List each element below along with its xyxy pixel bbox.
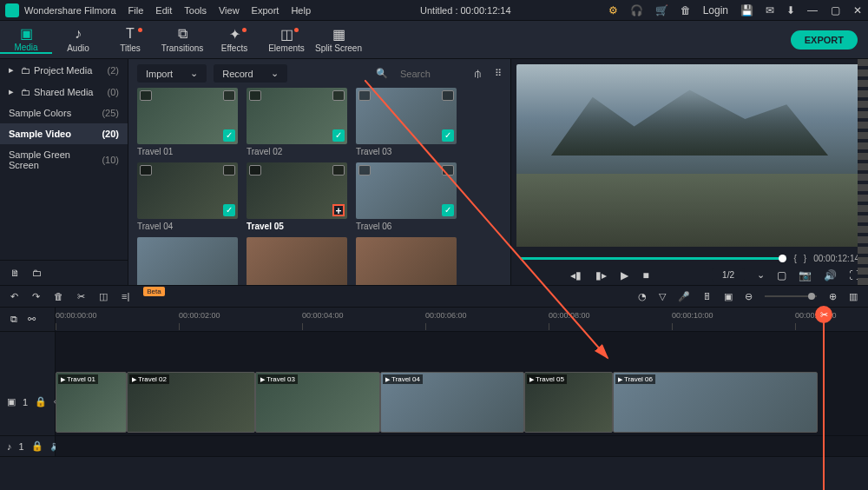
media-clip[interactable]: +Travel 05 — [247, 162, 347, 234]
seek-handle[interactable] — [779, 255, 786, 262]
link-icon[interactable]: ⚯ — [28, 314, 36, 325]
save-icon[interactable]: 💾 — [740, 4, 753, 17]
zoom-out-icon[interactable]: ⊖ — [745, 291, 753, 302]
next-frame-button[interactable]: ▮▸ — [595, 269, 607, 281]
scissors-icon[interactable]: ✂ — [815, 306, 832, 323]
new-file-icon[interactable]: 🗎 — [10, 268, 20, 278]
playhead[interactable]: ✂ — [823, 309, 825, 490]
tab-effects[interactable]: ✦Effects — [208, 26, 260, 53]
redo-button[interactable]: ↷ — [32, 291, 40, 302]
audio-track-body[interactable] — [56, 436, 868, 456]
menu-help[interactable]: Help — [291, 5, 311, 16]
brace-left[interactable]: { — [793, 254, 796, 263]
volume-icon[interactable]: 🔊 — [824, 269, 837, 281]
menu-view[interactable]: View — [219, 5, 240, 16]
timeline-clip[interactable]: Travel 05 — [524, 372, 613, 433]
video-track: ▣ 1 🔒 👁 Travel 01 Travel 02 Travel 03 Tr… — [0, 368, 868, 436]
lock-icon[interactable]: 🔒 — [31, 440, 43, 452]
preview-viewport[interactable] — [516, 64, 863, 247]
import-dropdown[interactable]: Import⌄ — [137, 64, 207, 83]
trash-icon[interactable]: 🗑 — [681, 4, 691, 17]
undo-button[interactable]: ↶ — [10, 291, 18, 302]
snapshot-icon[interactable]: 📷 — [799, 269, 812, 281]
snap-icon[interactable]: ⧉ — [10, 314, 17, 325]
track-number: 1 — [19, 441, 24, 452]
cart-icon[interactable]: 🛒 — [655, 4, 668, 17]
play-button[interactable]: ▶ — [621, 269, 628, 281]
sidebar-item-sample-video[interactable]: Sample Video(20) — [0, 123, 128, 144]
media-clip[interactable]: ✓Travel 01 — [137, 88, 238, 159]
search-input[interactable] — [400, 69, 461, 79]
titlebar: Wondershare Filmora File Edit Tools View… — [0, 0, 868, 21]
seek-bar[interactable] — [520, 257, 786, 260]
timeline-clip[interactable]: Travel 06 — [613, 372, 818, 433]
close-button[interactable]: ✕ — [852, 4, 863, 17]
login-link[interactable]: Login — [703, 4, 728, 17]
media-clip[interactable]: ✓Travel 04 — [137, 162, 238, 234]
record-dropdown[interactable]: Record⌄ — [214, 64, 286, 83]
sidebar-item-sample-colors[interactable]: Sample Colors(25) — [0, 103, 128, 123]
export-button[interactable]: EXPORT — [791, 30, 858, 50]
mic-icon[interactable]: 🎤 — [678, 291, 690, 302]
tab-splitscreen[interactable]: ▦Split Screen — [312, 26, 365, 53]
media-clip[interactable]: ✓Travel 06 — [356, 162, 457, 234]
video-track-body[interactable]: Travel 01 Travel 02 Travel 03 Travel 04 … — [56, 368, 868, 435]
speed-icon[interactable]: ◔ — [638, 291, 647, 302]
crop-button[interactable]: ◫ — [99, 291, 108, 302]
zoom-fit-icon[interactable]: ▥ — [849, 291, 858, 302]
delete-button[interactable]: 🗑 — [54, 291, 63, 301]
chevron-down-icon[interactable]: ⌄ — [757, 269, 765, 281]
timeline-clip[interactable]: Travel 03 — [255, 372, 380, 433]
media-clip[interactable] — [137, 237, 238, 285]
tab-elements[interactable]: ◫Elements — [260, 26, 312, 53]
app-brand: Wondershare Filmora — [24, 5, 116, 16]
filter-icon[interactable]: ⫛ — [473, 69, 483, 79]
prev-frame-button[interactable]: ◂▮ — [570, 269, 582, 281]
zoom-in-icon[interactable]: ⊕ — [829, 291, 837, 302]
menu-edit[interactable]: Edit — [155, 5, 172, 16]
audio-track-icon[interactable]: ♪ — [7, 441, 12, 452]
audio-mixer-button[interactable]: ≡| — [122, 291, 129, 301]
sidebar-item-project-media[interactable]: ▸🗀Project Media(2) — [0, 59, 128, 81]
zoom-fraction[interactable]: 1/2 — [712, 268, 745, 281]
render-icon[interactable]: ▣ — [724, 291, 733, 302]
menu-file[interactable]: File — [128, 5, 144, 16]
media-clip[interactable]: ✓Travel 03 — [356, 88, 457, 159]
sidebar-item-sample-green[interactable]: Sample Green Screen(10) — [0, 144, 128, 175]
tab-transitions[interactable]: ⧉Transitions — [156, 26, 208, 53]
add-icon[interactable]: + — [332, 204, 345, 216]
maximize-button[interactable]: ▢ — [830, 4, 840, 17]
mixer-icon[interactable]: 🎚 — [702, 291, 712, 301]
media-clip[interactable] — [356, 237, 457, 285]
new-folder-icon[interactable]: 🗀 — [32, 268, 42, 278]
gear-icon[interactable]: ⚙ — [608, 4, 618, 17]
menu-tools[interactable]: Tools — [184, 5, 207, 16]
timeline-clip[interactable]: Travel 02 — [127, 372, 255, 433]
ruler-ticks[interactable]: 00:00:00:00 00:00:02:00 00:00:04:00 00:0… — [56, 308, 868, 331]
media-clip[interactable]: ✓Travel 02 — [247, 88, 347, 159]
grid-view-icon[interactable]: ⠿ — [495, 68, 502, 79]
timeline-clip[interactable]: Travel 01 — [56, 372, 127, 433]
download-icon[interactable]: ⬇ — [786, 4, 795, 17]
display-icon[interactable]: ▢ — [777, 269, 786, 281]
cut-button[interactable]: ✂ — [77, 291, 85, 302]
search-icon[interactable]: 🔍 — [376, 68, 388, 79]
brace-right[interactable]: } — [804, 254, 806, 263]
headset-icon[interactable]: 🎧 — [630, 4, 643, 17]
menu-export[interactable]: Export — [252, 5, 279, 16]
splitscreen-icon: ▦ — [312, 26, 365, 42]
tab-media[interactable]: ▣Media — [0, 25, 52, 54]
media-clip[interactable] — [247, 237, 347, 285]
zoom-slider[interactable] — [765, 295, 817, 297]
timeline-clip[interactable]: Travel 04 — [380, 372, 524, 433]
sidebar-item-shared-media[interactable]: ▸🗀Shared Media(0) — [0, 81, 128, 103]
stop-button[interactable]: ■ — [642, 269, 648, 281]
zoom-handle[interactable] — [808, 293, 815, 300]
tab-audio[interactable]: ♪Audio — [52, 26, 104, 53]
marker-icon[interactable]: ▽ — [659, 291, 666, 302]
mail-icon[interactable]: ✉ — [766, 4, 774, 17]
lock-icon[interactable]: 🔒 — [35, 396, 47, 407]
minimize-button[interactable]: — — [807, 4, 818, 17]
tab-titles[interactable]: TTitles — [104, 26, 156, 53]
video-track-icon[interactable]: ▣ — [7, 396, 16, 407]
